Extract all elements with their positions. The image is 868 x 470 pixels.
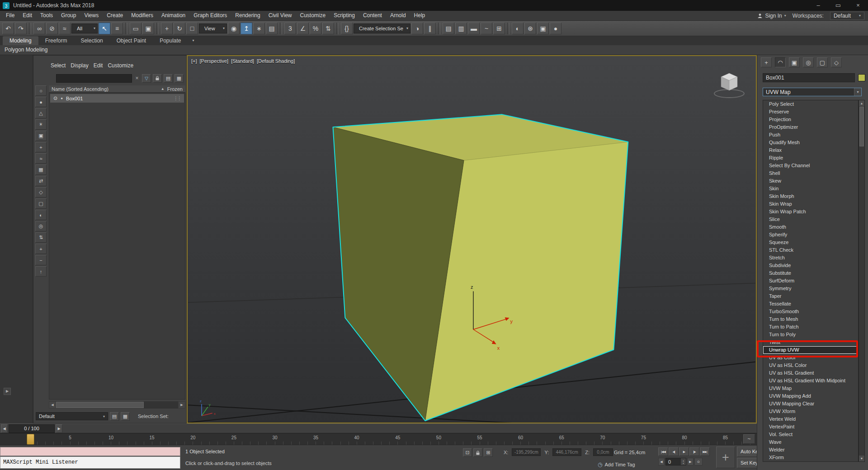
display-bones-icon[interactable]: ◇ xyxy=(35,187,47,197)
sign-in-button[interactable]: Sign In ▾ xyxy=(757,13,786,19)
menu-item[interactable]: Graph Editors xyxy=(189,11,231,20)
toolbar-separator[interactable] xyxy=(125,23,127,34)
rectangular-selection-region-icon[interactable]: ▭ xyxy=(130,23,142,34)
scroll-down-arrow-icon[interactable]: ▼ xyxy=(859,456,864,461)
viewcube[interactable] xyxy=(712,68,746,101)
create-tab-icon[interactable]: + xyxy=(761,57,772,67)
modifier-list-item[interactable]: Twist xyxy=(763,338,858,346)
macro-recorder-field[interactable] xyxy=(0,447,180,456)
scene-explorer-menu-item[interactable]: Customize xyxy=(108,62,133,70)
menu-item[interactable]: Tools xyxy=(36,11,57,20)
modifier-list-item[interactable]: Turn to Mesh xyxy=(763,315,858,323)
display-geometry-icon[interactable]: ● xyxy=(35,97,47,107)
modifier-list-item[interactable]: Turn to Patch xyxy=(763,323,858,331)
menu-item[interactable]: Modifiers xyxy=(127,11,157,20)
display-groups-icon[interactable]: ▦ xyxy=(35,164,47,175)
modifier-list-item[interactable]: Smooth xyxy=(763,223,858,231)
window-crossing-toggle-icon[interactable]: ▣ xyxy=(142,23,154,34)
display-none-icon[interactable]: ○ xyxy=(35,85,47,96)
expand-all-icon[interactable]: + xyxy=(35,244,47,254)
menu-item[interactable]: Scripting xyxy=(330,11,359,20)
modifier-list-item[interactable]: Slice xyxy=(763,216,858,223)
object-color-swatch[interactable] xyxy=(858,74,865,81)
material-editor-icon[interactable]: ◐ xyxy=(512,23,524,34)
toolbar-separator[interactable] xyxy=(156,23,159,34)
modifier-list-item[interactable]: Shell xyxy=(763,169,858,177)
utilities-tab-icon[interactable]: ◇ xyxy=(831,57,842,67)
scrollbar-thumb[interactable] xyxy=(859,107,864,146)
selection-lock-toggle[interactable] xyxy=(473,448,482,457)
modifier-list-item[interactable]: Skin Morph xyxy=(763,193,858,200)
display-lights-icon[interactable]: ☀ xyxy=(35,119,47,130)
modifier-list-item[interactable]: XForm xyxy=(763,454,858,461)
toolbar-separator[interactable] xyxy=(336,23,339,34)
modifier-list-item[interactable]: Skin Wrap Patch xyxy=(763,208,858,216)
modify-tab-icon[interactable]: ◠ xyxy=(775,57,786,67)
select-and-move-icon[interactable]: + xyxy=(161,23,173,34)
modifier-list-item[interactable]: Ripple xyxy=(763,154,858,162)
select-object-icon[interactable]: ↖ xyxy=(99,23,110,34)
undo-icon[interactable]: ↶ xyxy=(2,23,14,34)
auto-key-button[interactable]: Auto Key xyxy=(737,446,757,457)
y-coordinate-field[interactable]: 446,176cm xyxy=(552,448,581,456)
time-slider-track[interactable]: ◀ 0 / 100 ▶ xyxy=(0,423,757,433)
select-and-place-icon[interactable]: ↥ xyxy=(241,23,252,34)
ribbon-tab[interactable]: Freeform xyxy=(38,36,74,45)
toolbar-separator[interactable] xyxy=(29,23,31,34)
name-column-header[interactable]: Name (Sorted Ascending) xyxy=(52,86,108,92)
time-slider-handle[interactable]: ◀ 0 / 100 ▶ xyxy=(1,424,62,433)
highlight-set-button[interactable]: ▦ xyxy=(121,412,130,421)
hierarchy-tab-icon[interactable]: ▣ xyxy=(789,57,800,67)
toolbar-separator[interactable] xyxy=(280,23,282,34)
ribbon-panel-title[interactable]: Polygon Modeling xyxy=(5,47,47,53)
render-setup-icon[interactable]: ⊛ xyxy=(524,23,536,34)
ribbon-tab[interactable]: Selection xyxy=(74,36,109,45)
scroll-up-arrow-icon[interactable]: ▲ xyxy=(859,100,864,106)
select-by-name-icon[interactable]: ≡ xyxy=(111,23,123,34)
modifier-list-item[interactable]: SurfDeform xyxy=(763,277,858,285)
display-space-warps-icon[interactable]: ≈ xyxy=(35,153,47,164)
menu-item[interactable]: Rendering xyxy=(231,11,264,20)
modifier-list-item[interactable]: Symmetry xyxy=(763,285,858,292)
modifier-list-item[interactable]: UVW Xform xyxy=(763,408,858,415)
bind-to-space-warp-icon[interactable]: ≈ xyxy=(59,23,71,34)
next-frame-arrow-icon[interactable]: ▶ xyxy=(56,424,62,433)
display-cameras-icon[interactable]: ▣ xyxy=(35,131,47,141)
next-key-button[interactable]: ▶ xyxy=(687,458,693,465)
modifier-list-item[interactable]: Unwrap UVW xyxy=(763,346,858,354)
menu-item[interactable]: Views xyxy=(80,11,103,20)
select-and-rotate-icon[interactable]: ↻ xyxy=(174,23,185,34)
modifier-list-item[interactable]: UVW Map xyxy=(763,385,858,392)
viewport-general-menu[interactable]: [+] xyxy=(191,58,197,64)
frame-spinner[interactable]: ▴ ▾ xyxy=(681,458,686,465)
modifier-list-item[interactable]: Skin Wrap xyxy=(763,200,858,208)
workspace-dropdown[interactable]: Default ▾ xyxy=(830,12,864,20)
mini-curve-editor-button[interactable]: ~ xyxy=(743,434,755,444)
modifier-list-item[interactable]: ProOptimizer xyxy=(763,123,858,131)
lock-explorer-button[interactable] xyxy=(153,74,162,83)
ribbon-tab[interactable]: Modeling xyxy=(3,36,38,45)
angle-snap-toggle-icon[interactable]: ∠ xyxy=(297,23,309,34)
modifier-list-item[interactable]: UV as HSL Gradient xyxy=(763,369,858,377)
isolate-selection-toggle[interactable]: ⊡ xyxy=(463,448,472,457)
modifier-list-item[interactable]: Wave xyxy=(763,438,858,446)
minimize-button[interactable]: – xyxy=(808,0,828,11)
key-mode-toggle-button[interactable]: ⊙ xyxy=(694,458,703,465)
collapse-all-icon[interactable]: − xyxy=(35,255,47,265)
align-icon[interactable]: ∥ xyxy=(424,23,436,34)
clear-search-icon[interactable]: × xyxy=(134,75,140,81)
menu-item[interactable]: Arnold xyxy=(386,11,410,20)
selection-filter-dropdown[interactable]: All ▾ xyxy=(71,24,98,33)
expand-rail-arrow-icon[interactable]: ▶ xyxy=(4,388,11,395)
trackbar-frame-indicator[interactable] xyxy=(27,434,34,445)
previous-frame-button[interactable]: ◀| xyxy=(669,447,679,456)
display-shapes-icon[interactable]: △ xyxy=(35,108,47,118)
modifier-list-item[interactable]: Skew xyxy=(763,177,858,185)
pick-parent-icon[interactable]: ↑ xyxy=(35,266,47,277)
previous-key-button[interactable]: ◀ xyxy=(658,458,665,465)
perspective-viewport[interactable]: z y x x y z [+] [Perspective] [Standard] xyxy=(187,55,757,423)
set-key-button[interactable]: Set Key xyxy=(737,458,757,468)
previous-frame-arrow-icon[interactable]: ◀ xyxy=(1,424,8,433)
modifier-list-item[interactable]: Subdivide xyxy=(763,262,858,269)
absolute-mode-toggle[interactable]: ⊞ xyxy=(484,448,493,457)
